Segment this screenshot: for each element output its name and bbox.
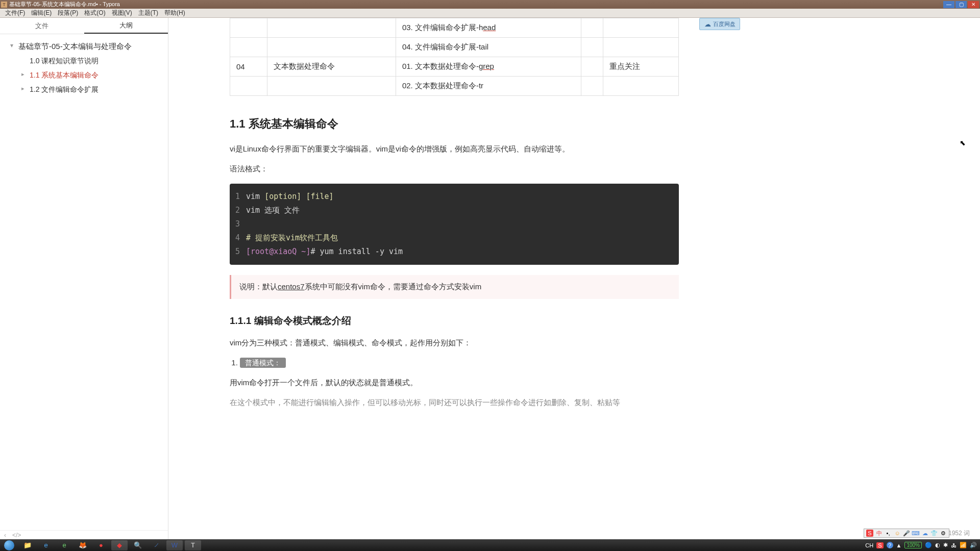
window-title: 基础章节-05-系统文本编辑命令.md• - Typora bbox=[9, 1, 943, 8]
table-row: 04 文本数据处理命令 01. 文本数据处理命令-grep 重点关注 bbox=[230, 57, 679, 77]
ime-settings-icon[interactable]: ⚙ bbox=[940, 530, 947, 537]
outline-1-2[interactable]: 1.2 文件编辑命令扩展 bbox=[4, 83, 164, 97]
heading-1-1[interactable]: 1.1 系统基本编辑命令 bbox=[230, 116, 679, 132]
outline-1-1[interactable]: 1.1 系统基本编辑命令 bbox=[4, 68, 164, 83]
sidebar-footer: ‹ </> bbox=[0, 530, 168, 539]
menu-view[interactable]: 视图(V) bbox=[109, 9, 135, 17]
ordered-list[interactable]: 普通模式： bbox=[240, 356, 679, 369]
paragraph[interactable]: 用vim命令打开一个文件后，默认的状态就是普通模式。 bbox=[230, 375, 679, 389]
close-button[interactable]: ✕ bbox=[968, 1, 979, 8]
menubar: 文件(F) 编辑(E) 段落(P) 格式(O) 视图(V) 主题(T) 帮助(H… bbox=[0, 9, 980, 18]
tab-files[interactable]: 文件 bbox=[0, 18, 84, 34]
menu-edit[interactable]: 编辑(E) bbox=[28, 9, 55, 17]
sidebar: 文件 大纲 基础章节-05-文本编辑与处理命令 1.0 课程知识章节说明 1.1… bbox=[0, 18, 168, 539]
back-icon[interactable]: ‹ bbox=[4, 532, 6, 539]
summary-table: 03. 文件编辑命令扩展-head 04. 文件编辑命令扩展-tail 04 文… bbox=[230, 18, 679, 96]
outline-tree: 基础章节-05-文本编辑与处理命令 1.0 课程知识章节说明 1.1 系统基本编… bbox=[0, 34, 168, 530]
paragraph[interactable]: vi是Linux命令行界面下的重要文字编辑器。vim是vi命令的增强版，例如高亮… bbox=[230, 142, 679, 156]
table-row: 04. 文件编辑命令扩展-tail bbox=[230, 38, 679, 57]
minimize-button[interactable]: — bbox=[943, 1, 954, 8]
app-icon: T bbox=[1, 2, 7, 8]
menu-file[interactable]: 文件(F) bbox=[2, 9, 28, 17]
menu-paragraph[interactable]: 段落(P) bbox=[55, 9, 81, 17]
titlebar: T 基础章节-05-系统文本编辑命令.md• - Typora — ▢ ✕ bbox=[0, 0, 980, 9]
mode-pill: 普通模式： bbox=[240, 358, 286, 368]
link-centos7[interactable]: centos7 bbox=[278, 282, 305, 291]
tab-outline[interactable]: 大纲 bbox=[84, 18, 168, 34]
code-block[interactable]: 1vim [option] [file]2vim 选项 文件34# 提前安装vi… bbox=[230, 184, 679, 265]
ime-keyboard-icon[interactable]: ⌨ bbox=[912, 530, 919, 537]
table-row: 02. 文本数据处理命令-tr bbox=[230, 77, 679, 96]
ime-voice-icon[interactable]: 🎤 bbox=[903, 530, 910, 537]
word-count[interactable]: 1952 词 bbox=[948, 529, 970, 538]
ime-toolbar[interactable]: S 中 •, ☺ 🎤 ⌨ ☁ 👕 ⚙ bbox=[864, 529, 949, 538]
editor-content[interactable]: 百度网盘 03. 文件编辑命令扩展-head 04. 文件编辑命令扩展-tail bbox=[168, 18, 980, 539]
menu-help[interactable]: 帮助(H) bbox=[161, 9, 188, 17]
list-item: 普通模式： bbox=[240, 356, 679, 369]
note-box[interactable]: 说明：默认centos7系统中可能没有vim命令，需要通过命令方式安装vim bbox=[230, 275, 679, 299]
outline-1-0[interactable]: 1.0 课程知识章节说明 bbox=[4, 54, 164, 68]
heading-1-1-1[interactable]: 1.1.1 编辑命令模式概念介绍 bbox=[230, 314, 679, 328]
maximize-button[interactable]: ▢ bbox=[955, 1, 967, 8]
paragraph[interactable]: 在这个模式中，不能进行编辑输入操作，但可以移动光标，同时还可以执行一些操作命令进… bbox=[230, 395, 679, 409]
table-row: 03. 文件编辑命令扩展-head bbox=[230, 18, 679, 38]
outline-root[interactable]: 基础章节-05-文本编辑与处理命令 bbox=[4, 39, 164, 54]
menu-format[interactable]: 格式(O) bbox=[81, 9, 108, 17]
ime-skin-icon[interactable]: 👕 bbox=[930, 530, 938, 537]
ime-cloud-icon[interactable]: ☁ bbox=[921, 530, 928, 537]
ime-lang-icon[interactable]: 中 bbox=[875, 530, 883, 537]
cloud-sync-button[interactable]: 百度网盘 bbox=[699, 18, 740, 30]
paragraph[interactable]: vim分为三种模式：普通模式、编辑模式、命令模式，起作用分别如下： bbox=[230, 336, 679, 349]
code-icon[interactable]: </> bbox=[12, 532, 21, 539]
ime-punct-icon[interactable]: •, bbox=[885, 530, 892, 537]
ime-sogou-icon[interactable]: S bbox=[866, 530, 873, 537]
ime-emoji-icon[interactable]: ☺ bbox=[894, 530, 901, 537]
paragraph[interactable]: 语法格式： bbox=[230, 162, 679, 176]
menu-theme[interactable]: 主题(T) bbox=[135, 9, 161, 17]
